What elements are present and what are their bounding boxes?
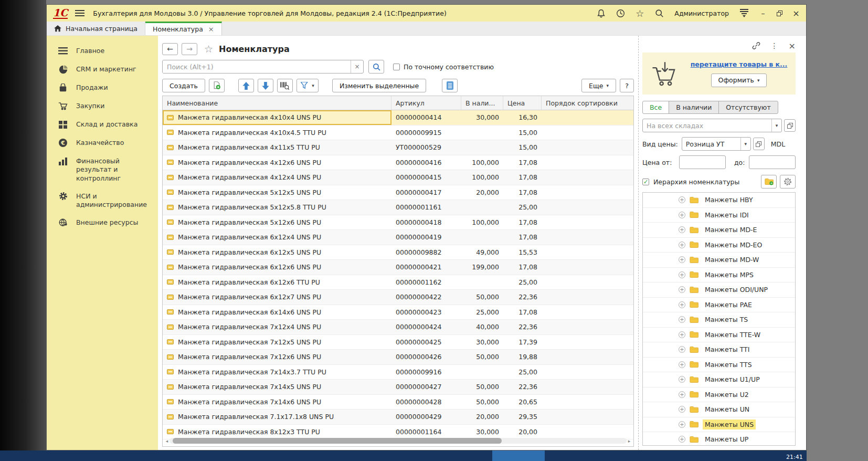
expand-plus-icon[interactable]: + bbox=[679, 242, 685, 248]
help-button[interactable]: ? bbox=[620, 79, 634, 92]
table-row[interactable]: Манжета гидравлическая 7x14x5 UNS PU 000… bbox=[163, 380, 633, 395]
sidebar-item-admin[interactable]: НСИ и администрирование bbox=[47, 187, 158, 214]
expand-plus-icon[interactable]: + bbox=[679, 196, 685, 203]
create-button[interactable]: Создать bbox=[162, 79, 205, 92]
open-folder-button[interactable] bbox=[761, 175, 777, 188]
tree-item[interactable]: + Манжеты UNS bbox=[643, 417, 795, 433]
create-group-button[interactable] bbox=[209, 79, 225, 92]
global-search-icon[interactable] bbox=[654, 8, 664, 18]
expand-plus-icon[interactable]: + bbox=[679, 331, 685, 338]
sidebar-item-treasury[interactable]: € Казначейство bbox=[47, 134, 158, 152]
table-row[interactable]: Манжета гидравлическая 6x12x6 TTU PU 000… bbox=[163, 275, 633, 290]
hierarchy-checkbox[interactable]: ✓ bbox=[642, 179, 649, 185]
expand-plus-icon[interactable]: + bbox=[679, 256, 685, 263]
tree-item[interactable]: + Манжеты TTE-W bbox=[643, 328, 795, 343]
expand-plus-icon[interactable]: + bbox=[679, 346, 685, 353]
current-user[interactable]: Администратор bbox=[674, 9, 729, 17]
price-from-input[interactable] bbox=[680, 156, 725, 169]
table-row[interactable]: Манжета гидравлическая 5x12x5.8 TTU PU 0… bbox=[163, 200, 633, 215]
sidebar-item-crm[interactable]: CRM и маркетинг bbox=[47, 60, 158, 79]
history-icon[interactable] bbox=[615, 8, 626, 18]
column-header-price[interactable]: Цена bbox=[503, 96, 542, 110]
more-button[interactable]: Еще ▾ bbox=[581, 79, 616, 92]
table-row[interactable]: Манжета гидравлическая 5x12x5 UNS PU 000… bbox=[163, 185, 633, 201]
scroll-right-icon[interactable]: ▸ bbox=[627, 438, 632, 444]
tree-item[interactable]: + Манжеты ODI/UNP bbox=[643, 282, 795, 298]
table-row[interactable]: Манжета гидравлическая 6x12x6 UNS PU 000… bbox=[163, 260, 633, 275]
tree-item[interactable]: + Манжеты MD-E bbox=[643, 223, 795, 238]
drag-items-link[interactable]: перетащите товары в к... bbox=[691, 60, 788, 68]
tree-item[interactable]: + Манжеты U2 bbox=[643, 387, 795, 403]
tree-item[interactable]: + Манжеты U1/UP bbox=[643, 372, 795, 387]
move-up-button[interactable] bbox=[238, 79, 254, 92]
tab-close-icon[interactable]: × bbox=[208, 25, 214, 33]
table-row[interactable]: Манжета гидравлическая 6x14x6 UNS PU 000… bbox=[163, 305, 633, 320]
search-button[interactable] bbox=[368, 60, 384, 74]
filter-tab-absent[interactable]: Отсутствуют bbox=[718, 101, 778, 114]
main-menu-icon[interactable] bbox=[75, 10, 84, 16]
favorites-star-icon[interactable]: ☆ bbox=[634, 8, 645, 18]
tree-item[interactable]: + Манжеты HBY bbox=[643, 193, 795, 208]
expand-plus-icon[interactable]: + bbox=[679, 286, 685, 293]
expand-plus-icon[interactable]: + bbox=[679, 436, 685, 443]
exact-match-option[interactable]: По точному соответствию bbox=[393, 63, 494, 71]
table-row[interactable]: Манжета гидравлическая 6x12x5 UNS PU 000… bbox=[163, 245, 633, 260]
tree-item[interactable]: + Манжеты PAE bbox=[643, 298, 795, 313]
price-type-choose-button[interactable] bbox=[753, 138, 765, 150]
warehouse-choose-button[interactable] bbox=[784, 119, 796, 132]
table-row[interactable]: Манжета гидравлическая 4x10x4 UNS PU 000… bbox=[163, 110, 633, 125]
price-type-input[interactable] bbox=[682, 138, 740, 150]
tree-item[interactable]: + Манжеты TS bbox=[643, 312, 795, 328]
filter-button[interactable]: ▾ bbox=[297, 79, 319, 92]
report-button[interactable] bbox=[442, 79, 458, 92]
table-row[interactable]: Манжета гидравлическая 4x10x4.5 TTU PU 0… bbox=[163, 125, 633, 141]
price-to-input[interactable] bbox=[749, 156, 795, 169]
tree-item[interactable]: + Манжеты MD-EO bbox=[643, 238, 795, 253]
tree-item[interactable]: + Манжеты UP bbox=[643, 432, 795, 446]
os-taskbar[interactable]: 21:41 bbox=[0, 450, 807, 461]
expand-plus-icon[interactable]: + bbox=[679, 361, 685, 368]
table-row[interactable]: Манжета гидравлическая 4x12x4 UNS PU 000… bbox=[163, 170, 633, 185]
column-header-sort-order[interactable]: Порядок сортировки bbox=[542, 96, 633, 110]
tree-item[interactable]: + Манжеты MPS bbox=[643, 268, 795, 283]
taskbar-active-app[interactable] bbox=[492, 450, 545, 461]
column-header-sku[interactable]: Артикул bbox=[391, 96, 461, 110]
search-input[interactable] bbox=[163, 60, 351, 73]
move-down-button[interactable] bbox=[258, 79, 273, 92]
minimize-button[interactable]: – bbox=[758, 9, 768, 17]
back-button[interactable]: ← bbox=[162, 43, 178, 55]
sidebar-item-financial-result[interactable]: Финансовый результат и контроллинг bbox=[47, 152, 158, 187]
get-link-icon[interactable] bbox=[752, 41, 760, 50]
table-row[interactable]: Манжета гидравлическая 7x12x4 UNS PU 000… bbox=[163, 320, 633, 335]
chevron-down-icon[interactable]: ▾ bbox=[740, 138, 750, 150]
tree-item[interactable]: + Манжеты MD-W bbox=[643, 253, 795, 268]
tree-item[interactable]: + Манжеты TTI bbox=[643, 342, 795, 358]
tree-settings-button[interactable] bbox=[780, 175, 796, 188]
table-row[interactable]: Манжета гидравлическая 6x12x7 UNS PU 000… bbox=[163, 290, 633, 305]
table-row[interactable]: Манжета гидравлическая 4x11x5 TTU PU УТ0… bbox=[163, 140, 633, 155]
cart-drop-area[interactable]: перетащите товары в к... Оформить ▾ bbox=[642, 53, 796, 95]
forward-button[interactable]: → bbox=[182, 43, 197, 55]
expand-plus-icon[interactable]: + bbox=[679, 226, 685, 233]
clear-search-icon[interactable]: × bbox=[351, 60, 363, 73]
table-row[interactable]: Манжета гидравлическая 7.1x17.1x8 UNS PU… bbox=[163, 410, 633, 425]
filter-tab-in-stock[interactable]: В наличии bbox=[669, 101, 719, 114]
close-window-button[interactable]: × bbox=[791, 8, 801, 18]
filter-tab-all[interactable]: Все bbox=[642, 101, 669, 114]
table-row[interactable]: Манжета гидравлическая 7x12x5 UNS PU 000… bbox=[163, 335, 633, 350]
service-menu-icon[interactable] bbox=[739, 9, 749, 17]
table-row[interactable]: Манжета гидравлическая 7x14x6 UNS PU 000… bbox=[163, 395, 633, 410]
sidebar-item-main[interactable]: Главное bbox=[47, 42, 158, 60]
close-panel-icon[interactable]: × bbox=[789, 41, 796, 51]
table-row[interactable]: Манжета гидравлическая 6x12x4 UNS PU 000… bbox=[163, 230, 633, 245]
exact-match-checkbox[interactable] bbox=[393, 64, 400, 70]
horizontal-scrollbar[interactable]: ◂ ▸ bbox=[164, 437, 632, 444]
tab-nomenclature[interactable]: Номенклатура × bbox=[145, 22, 222, 35]
scrollbar-thumb[interactable] bbox=[173, 438, 502, 444]
warehouse-input[interactable] bbox=[643, 119, 771, 132]
tree-item[interactable]: + Манжеты UN bbox=[643, 402, 795, 417]
barcode-scan-button[interactable] bbox=[277, 79, 293, 92]
expand-plus-icon[interactable]: + bbox=[679, 406, 685, 413]
expand-plus-icon[interactable]: + bbox=[679, 391, 685, 398]
table-row[interactable]: Манжета гидравлическая 7x12x6 UNS PU 000… bbox=[163, 350, 633, 365]
